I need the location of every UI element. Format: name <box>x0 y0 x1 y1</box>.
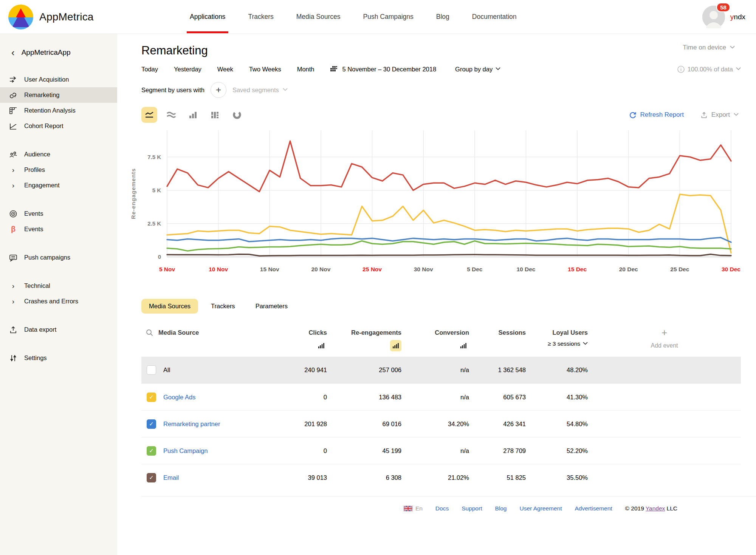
loyal-value: 35.50% <box>526 474 588 481</box>
preset-month[interactable]: Month <box>297 66 314 73</box>
search-icon[interactable] <box>146 329 153 336</box>
svg-text:20 Dec: 20 Dec <box>619 266 638 272</box>
media-source-header[interactable]: Media Source <box>141 329 272 336</box>
retention-grid-icon <box>8 107 18 115</box>
group-by-selector[interactable]: Group by day <box>455 66 500 73</box>
footer-link-advertisement[interactable]: Advertisement <box>575 505 612 512</box>
chart-type-stacked-button[interactable] <box>207 107 223 123</box>
row-checkbox[interactable] <box>147 365 156 375</box>
conversion-header[interactable]: Conversion <box>401 329 469 336</box>
notification-badge[interactable]: 58 <box>716 3 730 12</box>
loyal-users-filter[interactable]: ≥ 3 sessions <box>548 340 588 347</box>
clicks-value: 0 <box>272 394 327 401</box>
export-button[interactable]: Export <box>700 111 739 119</box>
reengagements-sort-icon-selected[interactable] <box>390 340 401 351</box>
table-row-google-ads[interactable]: ✓ Google Ads 0 136 483 n/a 605 673 41.30… <box>141 383 741 410</box>
loyal-value: 48.20% <box>526 366 588 374</box>
nav-push-campaigns[interactable]: Push Campaigns <box>363 0 414 33</box>
reengagements-value: 136 483 <box>327 394 401 401</box>
line-chart[interactable]: 02.5 K5 K7.5 K5 Nov10 Nov15 Nov20 Nov25 … <box>126 127 741 278</box>
sidebar-item-retention-analysis[interactable]: Retention Analysis <box>0 103 117 118</box>
svg-text:10 Nov: 10 Nov <box>209 266 228 272</box>
conversion-sort-icon[interactable] <box>458 340 469 351</box>
loyal-users-header[interactable]: Loyal Users <box>526 329 588 336</box>
chart-type-doughnut-button[interactable] <box>229 107 245 123</box>
username[interactable]: yndx <box>730 13 745 21</box>
footer-link-support[interactable]: Support <box>462 505 482 512</box>
sidebar-item-cohort-report[interactable]: Cohort Report <box>0 118 117 134</box>
main-content: Remarketing Time on device Today Yesterd… <box>117 34 756 555</box>
conversion-value: n/a <box>401 366 469 374</box>
row-name-link[interactable]: Remarketing partner <box>163 421 272 428</box>
tab-trackers[interactable]: Trackers <box>203 299 243 314</box>
sidebar-item-engagement[interactable]: › Engagement <box>0 178 117 193</box>
chart-type-line-button[interactable] <box>141 107 157 123</box>
add-event-button[interactable]: + <box>588 329 741 336</box>
add-segment-button[interactable]: + <box>211 82 226 98</box>
sidebar-item-data-export[interactable]: Data export <box>0 322 117 337</box>
nav-documentation[interactable]: Documentation <box>471 0 517 33</box>
preset-today[interactable]: Today <box>141 66 158 73</box>
nav-applications[interactable]: Applications <box>189 0 226 33</box>
avatar[interactable]: 58 <box>702 6 725 28</box>
footer-link-user-agreement[interactable]: User Agreement <box>520 505 562 512</box>
preset-week[interactable]: Week <box>217 66 233 73</box>
svg-text:30 Dec: 30 Dec <box>722 266 741 272</box>
preset-two-weeks[interactable]: Two Weeks <box>249 66 281 73</box>
push-message-icon <box>8 254 18 262</box>
chart-type-stream-button[interactable] <box>163 107 179 123</box>
preset-yesterday[interactable]: Yesterday <box>174 66 201 73</box>
sidebar-item-profiles[interactable]: › Profiles <box>0 162 117 178</box>
row-checkbox[interactable]: ✓ <box>147 419 156 429</box>
chart-type-bar-button[interactable] <box>185 107 201 123</box>
clicks-header[interactable]: Clicks <box>272 329 327 336</box>
table-row-email[interactable]: ✓ Email 39 013 6 308 21.02% 51 825 35.50… <box>141 464 741 491</box>
user-box[interactable]: 58 yndx <box>702 6 756 28</box>
nav-blog[interactable]: Blog <box>435 0 450 33</box>
yandex-link[interactable]: Yandex <box>646 505 665 512</box>
row-name-link[interactable]: Push Campaign <box>163 447 272 455</box>
reengagements-chart: 02.5 K5 K7.5 K5 Nov10 Nov15 Nov20 Nov25 … <box>126 127 756 279</box>
clicks-value: 201 928 <box>272 421 327 428</box>
sidebar-item-events-beta[interactable]: β Events <box>0 221 117 237</box>
events-target-icon <box>8 210 18 218</box>
nav-media-sources[interactable]: Media Sources <box>296 0 341 33</box>
reengagements-header[interactable]: Re-engagements <box>327 329 401 336</box>
language-selector[interactable]: En <box>404 505 423 512</box>
data-sampling[interactable]: 100.00% of data <box>677 66 741 73</box>
metric-selector[interactable]: Time on device <box>683 44 735 51</box>
clicks-sort-icon[interactable] <box>316 340 327 351</box>
table-row-all[interactable]: All 240 941 257 006 n/a 1 362 548 48.20% <box>141 357 741 383</box>
date-range-picker[interactable]: 5 November – 30 December 2018 <box>330 66 437 73</box>
saved-segments-selector[interactable]: Saved segments <box>232 87 288 94</box>
sidebar-item-crashes-errors[interactable]: › Crashes and Errors <box>0 294 117 309</box>
sidebar-item-technical[interactable]: › Technical <box>0 278 117 294</box>
sidebar-item-settings[interactable]: Settings <box>0 350 117 366</box>
sidebar-item-remarketing[interactable]: Remarketing <box>0 87 117 103</box>
table-row-push-campaign[interactable]: ✓ Push Campaign 0 45 199 n/a 278 709 52.… <box>141 437 741 464</box>
sidebar-item-user-acquisition[interactable]: User Acquisition <box>0 72 117 87</box>
footer-link-blog[interactable]: Blog <box>495 505 507 512</box>
app-switcher[interactable]: ‹ AppMetricaApp <box>0 46 117 59</box>
top-bar: AppMetrica Applications Trackers Media S… <box>0 0 756 34</box>
chevron-right-icon: › <box>8 297 18 306</box>
row-checkbox[interactable]: ✓ <box>147 473 156 482</box>
brand[interactable]: AppMetrica <box>0 5 117 29</box>
row-name-link[interactable]: Email <box>163 474 272 481</box>
sessions-header[interactable]: Sessions <box>469 329 526 336</box>
tab-media-sources[interactable]: Media Sources <box>141 299 198 314</box>
row-name-link[interactable]: Google Ads <box>163 394 272 401</box>
refresh-report-button[interactable]: Refresh Report <box>629 111 684 119</box>
sidebar-item-events[interactable]: Events <box>0 206 117 221</box>
add-event-label[interactable]: Add event <box>588 342 741 349</box>
nav-trackers[interactable]: Trackers <box>247 0 274 33</box>
table-row-remarketing-partner[interactable]: ✓ Remarketing partner 201 928 69 016 34.… <box>141 410 741 437</box>
sidebar-item-audience[interactable]: Audience <box>0 147 117 162</box>
svg-text:0: 0 <box>158 254 161 260</box>
row-checkbox[interactable]: ✓ <box>147 446 156 456</box>
footer-link-docs[interactable]: Docs <box>435 505 449 512</box>
tab-parameters[interactable]: Parameters <box>248 299 295 314</box>
sidebar-item-push-campaigns[interactable]: Push campaigns <box>0 250 117 265</box>
uk-flag-icon <box>404 506 412 511</box>
row-checkbox[interactable]: ✓ <box>147 393 156 402</box>
